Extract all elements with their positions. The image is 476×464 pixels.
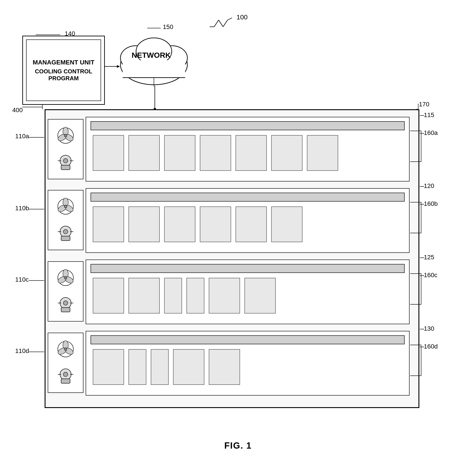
svg-point-39 bbox=[63, 229, 68, 234]
main-rack bbox=[45, 109, 419, 408]
label-110a: 110a bbox=[15, 133, 29, 140]
fan-icon-3-top bbox=[57, 269, 75, 287]
svg-point-46 bbox=[64, 277, 67, 279]
line-160b bbox=[420, 203, 425, 207]
blade-module-4-2a bbox=[128, 349, 146, 385]
svg-rect-12 bbox=[123, 60, 185, 78]
label-110d: 110d bbox=[15, 347, 29, 355]
label-100: 100 bbox=[236, 13, 248, 21]
label-115: 115 bbox=[424, 111, 434, 119]
blade-module-3-5 bbox=[244, 278, 276, 313]
line-160c bbox=[420, 274, 425, 278]
svg-line-2 bbox=[223, 20, 227, 27]
blade-row-4 bbox=[86, 331, 409, 396]
arrow-mgmt-to-network bbox=[104, 65, 122, 69]
blade-module-1-3 bbox=[164, 135, 195, 171]
svg-rect-38 bbox=[61, 236, 70, 241]
arrow-150 bbox=[147, 26, 165, 31]
blade-module-2-6 bbox=[271, 206, 302, 242]
blade-row-2-topbar bbox=[91, 193, 405, 202]
label-125: 125 bbox=[424, 254, 434, 261]
blade-module-4-2b bbox=[151, 349, 169, 385]
blade-module-3-2 bbox=[128, 278, 160, 313]
network-label: NETWORK bbox=[132, 51, 171, 59]
ref-100-arrow bbox=[210, 13, 236, 31]
line-120 bbox=[420, 185, 425, 189]
blade-module-2-2 bbox=[128, 206, 160, 242]
line-115 bbox=[420, 114, 425, 118]
blade-row-1-topbar bbox=[91, 121, 405, 130]
svg-rect-58 bbox=[61, 379, 70, 383]
svg-point-29 bbox=[63, 159, 68, 163]
arrow-400 bbox=[22, 104, 47, 110]
svg-marker-17 bbox=[117, 65, 120, 68]
label-120: 120 bbox=[424, 182, 434, 190]
fan-unit-3 bbox=[48, 261, 83, 321]
svg-line-0 bbox=[214, 20, 219, 27]
fan-icon-3-bottom bbox=[57, 296, 75, 314]
cooling-control-label: COOLING CONTROL PROGRAM bbox=[29, 68, 98, 82]
management-unit-title: MANAGEMENT UNIT bbox=[33, 59, 95, 66]
label-400: 400 bbox=[12, 106, 23, 114]
fan-icon-1-top bbox=[57, 127, 75, 145]
svg-point-56 bbox=[64, 348, 67, 350]
label-110b: 110b bbox=[15, 205, 29, 212]
line-130 bbox=[420, 327, 425, 332]
blade-module-2-4 bbox=[200, 206, 231, 242]
blade-module-3-3b bbox=[186, 278, 204, 313]
blade-module-4-3 bbox=[173, 349, 204, 385]
line-110c bbox=[29, 279, 47, 283]
line-160d bbox=[420, 345, 425, 350]
fan-unit-2 bbox=[48, 190, 83, 250]
arrow-140 bbox=[36, 33, 67, 38]
blade-row-3-modules bbox=[93, 278, 405, 313]
blade-row-4-modules bbox=[93, 349, 405, 385]
label-160b: 160b bbox=[424, 200, 438, 207]
blade-module-1-5 bbox=[235, 135, 267, 171]
diagram: 100 MANAGEMENT UNIT COOLING CONTROL PROG… bbox=[0, 0, 476, 464]
blade-module-3-3a bbox=[164, 278, 182, 313]
blade-module-2-5 bbox=[235, 206, 267, 242]
figure-caption: FIG. 1 bbox=[224, 441, 252, 451]
blade-module-1-7 bbox=[307, 135, 338, 171]
svg-point-49 bbox=[63, 301, 68, 305]
svg-point-36 bbox=[64, 205, 67, 208]
arrow-network-to-rack bbox=[153, 86, 157, 113]
blade-row-1 bbox=[86, 117, 409, 182]
line-160a bbox=[420, 132, 425, 136]
blade-row-3 bbox=[86, 260, 409, 324]
fan-icon-4-top bbox=[57, 340, 75, 358]
blade-module-3-1 bbox=[93, 278, 124, 313]
management-unit-inner: MANAGEMENT UNIT COOLING CONTROL PROGRAM bbox=[26, 39, 101, 101]
blade-module-1-6 bbox=[271, 135, 302, 171]
fan-icon-2-top bbox=[57, 198, 75, 215]
blade-module-1-2 bbox=[128, 135, 160, 171]
blade-row-3-topbar bbox=[91, 264, 405, 273]
svg-rect-28 bbox=[61, 165, 70, 170]
svg-point-59 bbox=[63, 372, 68, 377]
svg-line-3 bbox=[227, 18, 232, 20]
blade-module-1-4 bbox=[200, 135, 231, 171]
line-110a bbox=[29, 135, 47, 140]
blade-row-2 bbox=[86, 188, 409, 253]
label-130: 130 bbox=[424, 325, 434, 332]
blade-module-2-3 bbox=[164, 206, 195, 242]
svg-line-1 bbox=[219, 20, 223, 27]
fan-icon-4-bottom bbox=[57, 368, 75, 386]
fan-unit-4 bbox=[48, 333, 83, 393]
label-160c: 160c bbox=[424, 271, 437, 279]
line-110b bbox=[29, 207, 47, 212]
blade-row-4-topbar bbox=[91, 335, 405, 344]
blade-module-2-1 bbox=[93, 206, 124, 242]
blade-row-2-modules bbox=[93, 206, 405, 242]
fan-icon-2-bottom bbox=[57, 225, 75, 243]
svg-rect-48 bbox=[61, 308, 70, 312]
label-110c: 110c bbox=[15, 276, 29, 283]
blade-module-4-4 bbox=[209, 349, 240, 385]
label-160a: 160a bbox=[424, 129, 438, 136]
blade-module-4-1 bbox=[93, 349, 124, 385]
management-unit-box: MANAGEMENT UNIT COOLING CONTROL PROGRAM bbox=[22, 36, 105, 105]
fan-unit-1 bbox=[48, 119, 83, 179]
blade-row-1-modules bbox=[93, 135, 405, 171]
fan-icon-1-bottom bbox=[57, 154, 75, 172]
